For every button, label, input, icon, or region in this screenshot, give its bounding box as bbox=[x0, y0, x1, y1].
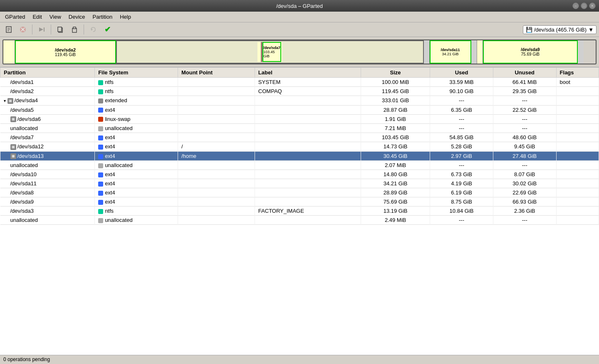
paste-button[interactable] bbox=[68, 24, 81, 35]
cell-filesystem: unallocated bbox=[95, 124, 178, 133]
disk-partition-sda1[interactable] bbox=[3, 40, 15, 64]
table-row[interactable]: /dev/sda11ext434.21 GiB4.19 GiB30.02 GiB bbox=[0, 179, 599, 188]
fs-color-icon bbox=[98, 80, 103, 85]
disk-partition-last-unalloc[interactable] bbox=[578, 40, 584, 64]
fs-label: linux-swap bbox=[105, 116, 130, 122]
col-unused: Unused bbox=[493, 68, 556, 78]
menu-help[interactable]: Help bbox=[116, 12, 134, 21]
calc-icon: ▦ bbox=[7, 98, 13, 104]
fs-color-icon bbox=[98, 126, 103, 131]
cell-unused: 66.41 MiB bbox=[493, 78, 556, 87]
menu-edit[interactable]: Edit bbox=[29, 12, 45, 21]
copy-button[interactable] bbox=[54, 24, 67, 35]
fs-label: ext4 bbox=[105, 180, 115, 187]
cell-unused: --- bbox=[493, 216, 556, 225]
cell-flags bbox=[556, 179, 599, 188]
col-label: Label bbox=[255, 68, 361, 78]
table-row[interactable]: ▦/dev/sda13ext4/home30.45 GiB2.97 GiB27.… bbox=[0, 151, 599, 161]
table-row[interactable]: ▾▦/dev/sda4extended333.01 GiB------ bbox=[0, 96, 599, 106]
partition-name: unallocated bbox=[10, 125, 38, 131]
cell-flags: boot bbox=[556, 78, 599, 87]
cell-size: 103.45 GiB bbox=[361, 133, 430, 142]
maximize-button[interactable]: □ bbox=[581, 2, 587, 9]
toolbar-sep-2 bbox=[51, 25, 51, 34]
cell-unused: 66.93 GiB bbox=[493, 197, 556, 207]
new-button[interactable] bbox=[2, 24, 15, 35]
menubar: GParted Edit View Device Partition Help bbox=[0, 12, 599, 22]
menu-device[interactable]: Device bbox=[65, 12, 89, 21]
cell-flags bbox=[556, 124, 599, 133]
device-dropdown-icon: ▼ bbox=[588, 27, 594, 33]
fs-color-icon bbox=[98, 108, 103, 113]
disk-partition-gap1[interactable] bbox=[424, 40, 430, 64]
cell-mountpoint bbox=[178, 87, 255, 96]
disk-partition-sda3-small[interactable] bbox=[477, 40, 483, 64]
cell-partition: ▾▦/dev/sda4 bbox=[0, 96, 95, 106]
cell-size: 14.73 GiB bbox=[361, 142, 430, 152]
table-row[interactable]: /dev/sda8ext428.89 GiB6.19 GiB22.69 GiB bbox=[0, 188, 599, 197]
cell-used: 10.84 GiB bbox=[430, 207, 493, 216]
menu-gparted[interactable]: GParted bbox=[2, 12, 28, 21]
table-row[interactable]: unallocatedunallocated2.49 MiB------ bbox=[0, 216, 599, 225]
apply-button[interactable]: ✔ bbox=[101, 24, 114, 35]
partition-name: /dev/sda5 bbox=[10, 107, 34, 113]
fs-color-icon bbox=[98, 154, 103, 159]
table-row[interactable]: ▦/dev/sda12ext4/14.73 GiB5.28 GiB9.45 Gi… bbox=[0, 142, 599, 152]
partition-tbody: /dev/sda1ntfsSYSTEM100.00 MiB33.59 MiB66… bbox=[0, 78, 599, 225]
last-button[interactable] bbox=[35, 24, 48, 35]
table-row[interactable]: /dev/sda10ext414.80 GiB6.73 GiB8.07 GiB bbox=[0, 170, 599, 179]
menu-partition[interactable]: Partition bbox=[89, 12, 116, 21]
table-row[interactable]: /dev/sda3ntfsFACTORY_IMAGE13.19 GiB10.84… bbox=[0, 207, 599, 216]
cell-size: 100.00 MiB bbox=[361, 78, 430, 87]
expand-icon[interactable]: ▾ bbox=[4, 98, 6, 103]
cell-partition: ▦/dev/sda6 bbox=[0, 114, 95, 124]
partition-name: /dev/sda2 bbox=[10, 88, 34, 94]
fs-label: ext4 bbox=[105, 107, 115, 113]
cell-filesystem: extended bbox=[95, 96, 178, 106]
device-selector[interactable]: 💾 /dev/sda (465.76 GiB) ▼ bbox=[523, 25, 597, 34]
cell-size: 28.89 GiB bbox=[361, 188, 430, 197]
device-label: /dev/sda (465.76 GiB) bbox=[534, 27, 587, 33]
menu-view[interactable]: View bbox=[46, 12, 64, 21]
cell-filesystem: unallocated bbox=[95, 161, 178, 170]
table-row[interactable]: /dev/sda5ext428.87 GiB6.35 GiB22.52 GiB bbox=[0, 105, 599, 114]
close-button[interactable]: ✕ bbox=[589, 2, 596, 9]
table-row[interactable]: unallocatedunallocated7.21 MiB------ bbox=[0, 124, 599, 133]
table-row[interactable]: /dev/sda7ext4103.45 GiB54.85 GiB48.60 Gi… bbox=[0, 133, 599, 142]
minimize-button[interactable]: – bbox=[572, 2, 579, 9]
fs-color-icon bbox=[98, 117, 103, 122]
table-row[interactable]: ▦/dev/sda6linux-swap1.91 GiB------ bbox=[0, 114, 599, 124]
disk-partition-sda2[interactable]: /dev/sda2 119.45 GiB bbox=[15, 40, 116, 64]
undo-button[interactable] bbox=[87, 24, 99, 35]
cell-label bbox=[255, 216, 361, 225]
fs-label: unallocated bbox=[105, 217, 133, 223]
cell-partition: ▦/dev/sda12 bbox=[0, 142, 95, 152]
cell-filesystem: ext4 bbox=[95, 142, 178, 152]
cell-size: 119.45 GiB bbox=[361, 87, 430, 96]
fs-color-icon bbox=[98, 200, 103, 205]
cell-size: 2.07 MiB bbox=[361, 161, 430, 170]
device-icon: 💾 bbox=[526, 27, 532, 33]
status-text: 0 operations pending bbox=[3, 357, 50, 362]
table-row[interactable]: /dev/sda1ntfsSYSTEM100.00 MiB33.59 MiB66… bbox=[0, 78, 599, 87]
fs-label: ntfs bbox=[105, 79, 114, 85]
disk-partition-sda11[interactable]: /dev/sda11 34.21 GiB bbox=[430, 40, 471, 64]
toolbar: ✔ 💾 /dev/sda (465.76 GiB) ▼ bbox=[0, 22, 599, 37]
col-partition: Partition bbox=[0, 68, 95, 78]
disk-partition-sda4[interactable]: /dev/sda7 103.45 GiB bbox=[116, 40, 424, 64]
disk-partition-gap2[interactable] bbox=[471, 40, 477, 64]
partition-name: /dev/sda8 bbox=[10, 189, 34, 196]
fs-label: ext4 bbox=[105, 199, 115, 205]
table-row[interactable]: /dev/sda9ext475.69 GiB8.75 GiB66.93 GiB bbox=[0, 197, 599, 207]
col-filesystem: File System bbox=[95, 68, 178, 78]
table-row[interactable]: /dev/sda2ntfsCOMPAQ119.45 GiB90.10 GiB29… bbox=[0, 87, 599, 96]
cell-partition: /dev/sda8 bbox=[0, 188, 95, 197]
table-row[interactable]: unallocatedunallocated2.07 MiB------ bbox=[0, 161, 599, 170]
cell-partition: unallocated bbox=[0, 216, 95, 225]
delete-button[interactable] bbox=[17, 24, 29, 35]
disk-partition-sda7-visual[interactable]: /dev/sda7 103.45 GiB bbox=[262, 42, 281, 62]
fs-color-icon bbox=[98, 135, 103, 140]
cell-filesystem: ext4 bbox=[95, 197, 178, 207]
cell-size: 1.91 GiB bbox=[361, 114, 430, 124]
disk-partition-sda9[interactable]: /dev/sda9 75.69 GiB bbox=[483, 40, 578, 64]
